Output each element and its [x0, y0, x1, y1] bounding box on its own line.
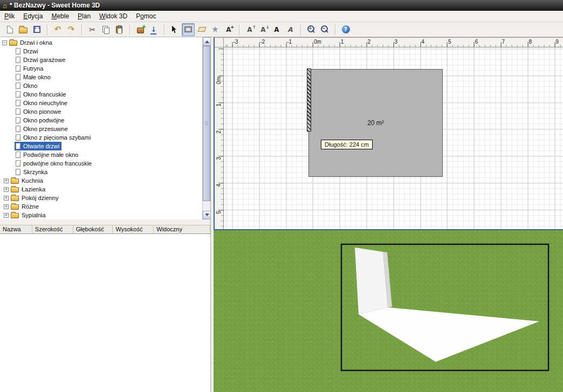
paste-button[interactable]	[113, 23, 126, 36]
column-header-widoczny[interactable]: Widoczny	[154, 225, 210, 233]
furniture-thumbnail-icon	[16, 65, 20, 72]
3d-scene[interactable]	[214, 230, 563, 392]
tree-item-okno-francuskie[interactable]: Okno francuskie	[0, 90, 210, 99]
plan-view-panel: -3-2-10m123456789 0m12345 20 m² Długość:…	[214, 37, 563, 230]
3d-wall	[355, 247, 388, 314]
toolbar-separator	[129, 24, 130, 35]
tree-item-podw-jne-okno-francuskie[interactable]: podwójne okno francuskie	[0, 159, 210, 168]
menu-edycja[interactable]: Edycja	[19, 11, 47, 22]
scrollbar-thumb[interactable]	[203, 46, 210, 201]
scroll-down-button[interactable]	[203, 211, 211, 219]
bold-text-button[interactable]: A	[270, 23, 283, 36]
increase-text-size-button[interactable]: A	[243, 23, 256, 36]
italic-text-button[interactable]: A	[284, 23, 297, 36]
save-file-icon	[33, 26, 40, 33]
ruler-label: 5	[216, 211, 222, 214]
tree-item-drzwi[interactable]: Drzwi	[0, 47, 210, 56]
menu-widok-3d[interactable]: Widok 3D	[95, 11, 132, 22]
import-furniture-button[interactable]: ↓	[147, 23, 160, 36]
scroll-up-button[interactable]	[203, 37, 211, 46]
menu-bar: PlikEdycjaMeblePlanWidok 3DPomoc	[0, 11, 563, 22]
open-file-button[interactable]	[17, 23, 30, 36]
tree-category-sypialnia[interactable]: +Sypialnia	[0, 211, 210, 219]
tree-item-okno-pionowe[interactable]: Okno pionowe	[0, 107, 210, 116]
tree-category-drzwi-i-okna[interactable]: −Drzwi i okna	[0, 38, 210, 47]
wall-segment[interactable]	[307, 68, 311, 132]
tree-item-futryna[interactable]: Futryna	[0, 64, 210, 73]
menu-plan[interactable]: Plan	[73, 11, 95, 22]
title-bar[interactable]: ⌂ * BezNazwy - Sweet Home 3D	[0, 0, 563, 11]
bold-text-icon: A	[274, 26, 279, 33]
tree-item-skrzynka[interactable]: Skrzynka	[0, 168, 210, 176]
tree-item-okno-podw-jne[interactable]: Okno podwójne	[0, 116, 210, 125]
new-file-icon	[7, 26, 13, 33]
ruler-label: 0m	[216, 77, 222, 84]
ruler-label: 4	[421, 39, 424, 45]
furniture-thumbnail-icon	[16, 82, 20, 89]
tree-item-okno[interactable]: Okno	[0, 81, 210, 90]
zoom-in-icon: +	[307, 25, 315, 33]
tree-category-kuchnia[interactable]: +Kuchnia	[0, 176, 210, 185]
tree-item-otwarte-drzwi[interactable]: Otwarte drzwi	[0, 142, 210, 150]
expand-handle[interactable]: +	[4, 178, 9, 183]
tree-category-r-ne[interactable]: +Różne	[0, 202, 210, 211]
expand-handle[interactable]: +	[4, 204, 9, 209]
window-title: * BezNazwy - Sweet Home 3D	[10, 2, 100, 9]
column-header-g-boko[interactable]: Głębokość	[73, 225, 113, 233]
furniture-thumbnail-icon	[16, 152, 20, 158]
tree-item-drzwi-gara-owe[interactable]: Drzwi garażowe	[0, 56, 210, 64]
redo-button[interactable]: ↷	[65, 23, 78, 36]
zoom-in-button[interactable]: +	[305, 23, 318, 36]
catalog-table-divider[interactable]	[0, 219, 211, 225]
furniture-thumbnail-icon	[16, 143, 20, 149]
zoom-out-icon: −	[321, 25, 329, 33]
toolbar-separator	[335, 24, 335, 35]
tree-item-okno-z-pi-cioma-szybami[interactable]: Okno z pięcioma szybami	[0, 133, 210, 142]
help-button[interactable]: ?	[339, 23, 352, 36]
tree-category-pok-j-dzienny[interactable]: +Pokój dzienny	[0, 194, 210, 202]
select-tool-button[interactable]	[168, 23, 181, 36]
expand-handle[interactable]: +	[4, 196, 9, 201]
folder-icon	[11, 187, 19, 192]
expand-handle[interactable]: +	[4, 213, 9, 218]
column-header-wysoko[interactable]: Wysokość	[113, 225, 154, 233]
menu-pomoc[interactable]: Pomoc	[132, 11, 160, 22]
import-furniture-icon: ↓	[151, 26, 157, 33]
wall-length-tooltip: Długość: 224 cm	[321, 140, 373, 149]
tree-category-azienka[interactable]: +Łazienka	[0, 185, 210, 194]
add-furniture-button[interactable]	[134, 23, 147, 36]
tree-item-okno-przesuwne[interactable]: Okno przesuwne	[0, 125, 210, 133]
room-shape[interactable]: 20 m²	[308, 69, 443, 177]
tree-item-podw-jne-ma-e-okno[interactable]: Podwójne małe okno	[0, 150, 210, 159]
create-walls-tool-button[interactable]	[182, 23, 195, 36]
zoom-out-button[interactable]: −	[318, 23, 331, 36]
expand-handle[interactable]: +	[4, 187, 9, 192]
italic-text-icon: A	[287, 26, 292, 33]
create-rooms-tool-button[interactable]	[195, 23, 208, 36]
view-3d-panel[interactable]	[214, 230, 563, 392]
column-header-szeroko[interactable]: Szerokość	[32, 225, 73, 233]
menu-plik[interactable]: Plik	[0, 11, 19, 22]
tree-item-ma-e-okno[interactable]: Małe okno	[0, 73, 210, 81]
decrease-text-size-button[interactable]: A	[257, 23, 270, 36]
new-file-button[interactable]	[3, 23, 16, 36]
furniture-thumbnail-icon	[16, 169, 20, 175]
column-header-nazwa[interactable]: Nazwa	[0, 225, 32, 233]
toolbar-separator	[47, 24, 47, 35]
tree-scrollbar[interactable]	[202, 37, 210, 219]
create-dimensions-tool-button[interactable]	[209, 23, 222, 36]
tree-item-okno-nieuchylne[interactable]: Okno nieuchylne	[0, 99, 210, 107]
copy-button[interactable]	[99, 23, 112, 36]
save-file-button[interactable]	[30, 23, 43, 36]
toolbar-separator	[239, 24, 239, 35]
furniture-table-body[interactable]	[0, 234, 211, 392]
toolbar-separator	[300, 24, 301, 35]
add-text-tool-button[interactable]: A	[222, 23, 235, 36]
decrease-text-size-icon: A	[260, 26, 265, 33]
collapse-handle[interactable]: −	[2, 40, 7, 45]
plan-canvas[interactable]: 20 m² Długość: 224 cm	[224, 47, 563, 229]
undo-button[interactable]: ↶	[51, 23, 64, 36]
menu-meble[interactable]: Meble	[47, 11, 73, 22]
ruler-label: 4	[216, 184, 222, 187]
cut-button[interactable]: ✂	[86, 23, 99, 36]
